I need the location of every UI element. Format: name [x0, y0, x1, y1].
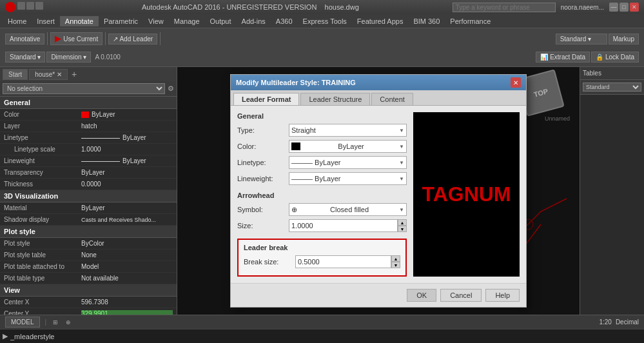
- extract-data-btn[interactable]: 📊 Extract Data: [536, 52, 590, 63]
- minimize-button[interactable]: —: [609, 3, 618, 12]
- selection-icon[interactable]: ⚙: [168, 84, 174, 93]
- tab-parametric[interactable]: Parametric: [99, 16, 143, 26]
- status-bar: MODEL | ⊞ ⊕ 1:20 Decimal: [0, 315, 644, 329]
- size-increment-btn[interactable]: ▲: [398, 219, 407, 226]
- size-decrement-btn[interactable]: ▼: [398, 226, 407, 232]
- text-style-btn[interactable]: Standard ▾: [5, 52, 45, 63]
- break-increment-btn[interactable]: ▲: [391, 255, 400, 262]
- cancel-button[interactable]: Cancel: [440, 289, 482, 302]
- prop-plottableattached: Plot table attached to Model: [0, 261, 177, 273]
- redo-icon[interactable]: [35, 2, 43, 10]
- group-general[interactable]: General: [0, 97, 177, 109]
- color-arrow: ▼: [399, 144, 404, 150]
- grid-btn[interactable]: ⊞: [49, 318, 62, 327]
- tab-performance[interactable]: Performance: [445, 16, 496, 26]
- ok-button[interactable]: OK: [407, 289, 436, 302]
- use-current-btn[interactable]: ▶ Use Current: [50, 32, 102, 45]
- tab-output[interactable]: Output: [205, 16, 237, 26]
- break-spinner-btns: ▲ ▼: [391, 255, 400, 268]
- group-3d[interactable]: 3D Visualization: [0, 190, 177, 202]
- maximize-button[interactable]: □: [620, 3, 629, 12]
- search-input[interactable]: [453, 3, 556, 12]
- prop-label-thickness: Thickness: [4, 181, 81, 188]
- tab-annotate[interactable]: Annotate: [60, 16, 99, 26]
- modal-close-btn[interactable]: ✕: [511, 77, 521, 88]
- save-icon[interactable]: [17, 2, 25, 10]
- tab-house[interactable]: house* ✕: [29, 69, 68, 80]
- right-panel: Tables Standard: [580, 67, 644, 315]
- break-decrement-btn[interactable]: ▼: [391, 262, 400, 268]
- snap-btn[interactable]: ⊕: [62, 318, 75, 327]
- tab-home[interactable]: Home: [3, 16, 32, 26]
- prop-linetype: Linetype ByLayer: [0, 132, 177, 144]
- prop-label-ltscale: Linetype scale: [4, 146, 81, 153]
- title-bar: Autodesk AutoCAD 2016 - UNREGISTERED VER…: [0, 0, 644, 14]
- modal-tab-leader-format[interactable]: Leader Format: [233, 93, 299, 105]
- markup-btn[interactable]: Markup: [609, 34, 639, 44]
- font-label: A 0.0100: [95, 54, 120, 61]
- tab-a360[interactable]: A360: [271, 16, 298, 26]
- symbol-dropdown[interactable]: ⊕ Closed filled ▼: [289, 203, 407, 216]
- symbol-arrow: ▼: [399, 207, 404, 213]
- prop-color: Color ByLayer: [0, 109, 177, 121]
- tables-dropdown[interactable]: Standard: [583, 83, 641, 92]
- command-input[interactable]: [10, 333, 641, 340]
- lineweight-label: Lineweight:: [237, 175, 289, 182]
- group-view[interactable]: View: [0, 284, 177, 297]
- modify-multileader-dialog: Modify Multileader Style: TRAINING ✕ Lea…: [230, 74, 527, 308]
- model-tab[interactable]: MODEL: [5, 317, 40, 328]
- dimension-btn[interactable]: Dimension ▾: [46, 52, 91, 63]
- tab-start[interactable]: Start: [3, 69, 28, 80]
- modal-tab-leader-structure[interactable]: Leader Structure: [300, 93, 370, 105]
- tab-view[interactable]: View: [143, 16, 169, 26]
- lineweight-arrow: ▼: [399, 176, 404, 182]
- window-controls: — □ ✕: [609, 3, 639, 12]
- separator-3: [160, 32, 161, 45]
- type-value: Straight: [291, 126, 316, 134]
- tab-addins[interactable]: Add-ins: [237, 16, 271, 26]
- size-input[interactable]: [289, 219, 398, 232]
- type-dropdown[interactable]: Straight ▼: [289, 124, 407, 137]
- prop-value-ltscale: 1.0000: [81, 146, 173, 153]
- lock-data-btn[interactable]: 🔒 Lock Data: [591, 52, 639, 63]
- modal-overlay: Modify Multileader Style: TRAINING ✕ Lea…: [177, 67, 580, 315]
- linetype-dropdown[interactable]: ——— ByLayer ▼: [289, 156, 407, 169]
- symbol-row: Symbol: ⊕ Closed filled ▼: [237, 203, 407, 216]
- close-button[interactable]: ✕: [630, 3, 639, 12]
- prop-shadow: Shadow display Casts and Receives Shado.…: [0, 214, 177, 226]
- modal-tab-content[interactable]: Content: [371, 93, 413, 105]
- window-title: Autodesk AutoCAD 2016 - UNREGISTERED VER…: [48, 3, 453, 11]
- prop-centery: Center Y 329.9901: [0, 308, 177, 315]
- break-size-input[interactable]: [295, 255, 391, 268]
- standard-dropdown[interactable]: Standard ▾: [556, 34, 607, 44]
- prop-plotstyle: Plot style ByColor: [0, 238, 177, 250]
- annotative-btn[interactable]: Annotative: [5, 34, 44, 44]
- prop-value-centery: 329.9901: [81, 310, 173, 315]
- symbol-label: Symbol:: [237, 206, 289, 213]
- color-dropdown[interactable]: ByLayer ▼: [289, 140, 407, 153]
- tab-insert[interactable]: Insert: [32, 16, 60, 26]
- toolbar-row-2: Standard ▾ Dimension ▾ A 0.0100 📊 Extrac…: [3, 48, 641, 66]
- linetype-row: Linetype: ——— ByLayer ▼: [237, 156, 407, 169]
- status-right: 1:20 Decimal: [599, 318, 639, 326]
- selection-dropdown[interactable]: No selection: [3, 83, 165, 94]
- red-icon: ▶: [55, 34, 61, 43]
- prop-label-transparency: Transparency: [4, 169, 81, 176]
- prop-value-transparency: ByLayer: [81, 169, 173, 176]
- selection-bar: No selection ⚙: [0, 81, 177, 97]
- prop-label-material: Material: [4, 204, 81, 211]
- undo-icon[interactable]: [26, 2, 34, 10]
- break-size-spinner: ▲ ▼: [295, 255, 400, 268]
- add-leader-btn[interactable]: ↗ Add Leader: [108, 34, 157, 44]
- lineweight-dropdown[interactable]: ——— ByLayer ▼: [289, 172, 407, 185]
- tab-express[interactable]: Express Tools: [298, 16, 352, 26]
- prop-value-shadow: Casts and Receives Shado...: [81, 217, 173, 223]
- tab-bim360[interactable]: BIM 360: [408, 16, 445, 26]
- new-tab-btn[interactable]: +: [72, 69, 77, 79]
- doc-tabs: Start house* ✕ +: [0, 67, 177, 81]
- help-button[interactable]: Help: [485, 289, 520, 302]
- tab-featured[interactable]: Featured Apps: [352, 16, 409, 26]
- group-plot[interactable]: Plot style: [0, 226, 177, 238]
- tab-manage[interactable]: Manage: [169, 16, 205, 26]
- prop-value-thickness: 0.0000: [81, 181, 173, 188]
